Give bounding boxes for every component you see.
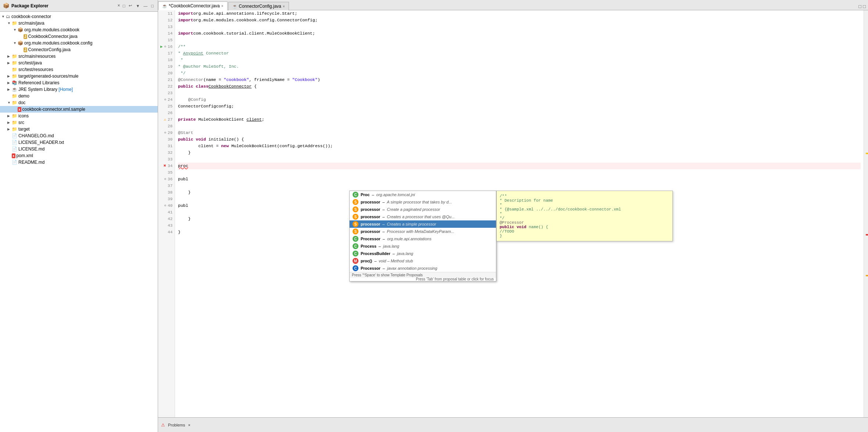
sync-button[interactable]: ↩ bbox=[128, 3, 133, 8]
code-line-30[interactable]: public void initialize() { bbox=[178, 136, 861, 143]
autocomplete-item-processor-paginated[interactable]: Sprocessor – Create a paginated processo… bbox=[350, 206, 496, 213]
autocomplete-item-processor-qu[interactable]: Sprocessor – Creates a processor that us… bbox=[350, 213, 496, 220]
code-line-28[interactable] bbox=[178, 123, 861, 130]
code-line-24[interactable]: @Config bbox=[178, 96, 861, 103]
line-num-42: 42 bbox=[160, 216, 172, 222]
restore-button[interactable]: — bbox=[142, 3, 149, 8]
tree-arrow[interactable]: ▶ bbox=[7, 54, 12, 58]
code-line-23[interactable] bbox=[178, 90, 861, 96]
code-line-14[interactable]: import com.cookbook.tutorial.client.Mule… bbox=[178, 30, 861, 37]
tree-item-src[interactable]: ▶📁src bbox=[0, 119, 158, 126]
tree-item-src-main-java[interactable]: ▼📁src/main/java bbox=[0, 20, 158, 26]
tree-arrow[interactable]: ▶ bbox=[7, 121, 12, 124]
code-line-16[interactable]: /** bbox=[178, 43, 861, 50]
tab-cookbook-connector[interactable]: ☕ *CookbookConnector.java × bbox=[158, 1, 228, 10]
code-line-20[interactable]: */ bbox=[178, 70, 861, 77]
tree-arrow[interactable]: ▼ bbox=[7, 101, 12, 105]
tab-minimize-btn[interactable]: □ bbox=[858, 4, 861, 9]
tree-arrow[interactable]: ▶ bbox=[7, 81, 12, 85]
minimize-button[interactable]: □ bbox=[122, 3, 126, 8]
tree-item-target-generated[interactable]: ▶📁target/generated-sources/mule bbox=[0, 73, 158, 79]
code-line-29[interactable]: @Start bbox=[178, 130, 861, 136]
fold-marker[interactable]: ⊖ bbox=[164, 43, 166, 50]
tree-item-changelog[interactable]: 📄CHANGELOG.md bbox=[0, 132, 158, 139]
tree-arrow[interactable]: ▼ bbox=[7, 21, 12, 25]
autocomplete-item-proc-void[interactable]: Mproc() – void – Method stub bbox=[350, 257, 496, 265]
tree-item-src-test-resources[interactable]: 📁src/test/resources bbox=[0, 66, 158, 73]
tree-item-CookbookConnector[interactable]: JCookbookConnector.java bbox=[0, 33, 158, 40]
maximize-button[interactable]: □ bbox=[150, 3, 155, 8]
autocomplete-item-processor-creates-simple[interactable]: Sprocessor – Creates a simple processor bbox=[350, 220, 496, 228]
tree-arrow[interactable]: ▼ bbox=[1, 15, 6, 18]
code-line-31[interactable]: client = new MuleCookBookClient(config.g… bbox=[178, 143, 861, 149]
tree-item-ConnectorConfig[interactable]: JConnectorConfig.java bbox=[0, 46, 158, 53]
tree-arrow[interactable]: ▶ bbox=[7, 74, 12, 78]
code-line-35[interactable] bbox=[178, 169, 861, 176]
autocomplete-popup[interactable]: CProc – org.apache.tomcat.jniSprocessor … bbox=[349, 191, 496, 281]
code-line-34[interactable]: proc bbox=[178, 163, 861, 169]
tree-item-referenced-libraries[interactable]: ▶📚Referenced Libraries bbox=[0, 79, 158, 86]
code-line-17[interactable]: * Anypoint Connector bbox=[178, 50, 861, 57]
code-line-19[interactable]: * @author MuleSoft, Inc. bbox=[178, 63, 861, 70]
autocomplete-item-proc-tomcat[interactable]: CProc – org.apache.tomcat.jni bbox=[350, 191, 496, 198]
fold-marker[interactable]: ⊖ bbox=[164, 96, 166, 103]
tree-item-jre-system[interactable]: ▶☕JRE System Library [Home] bbox=[0, 86, 158, 93]
tree-icon-java: J bbox=[24, 47, 27, 52]
tree-item-cookbook-connector-xml[interactable]: xcookbook-connector.xml.sample bbox=[0, 106, 158, 113]
code-line-21[interactable]: @Connector(name = "cookbook", friendlyNa… bbox=[178, 77, 861, 83]
tree-item-icons[interactable]: ▶📁icons bbox=[0, 113, 158, 119]
tree-item-src-main-resources[interactable]: ▶📁src/main/resources bbox=[0, 53, 158, 60]
panel-close-button[interactable]: × bbox=[118, 3, 120, 8]
fold-marker[interactable]: ⊖ bbox=[164, 202, 166, 209]
code-line-33[interactable] bbox=[178, 156, 861, 163]
code-line-15[interactable] bbox=[178, 37, 861, 43]
code-line-13[interactable] bbox=[178, 24, 861, 30]
tree-item-license[interactable]: 📄LICENSE.md bbox=[0, 146, 158, 152]
code-line-27[interactable]: private MuleCookBookClient client; bbox=[178, 116, 861, 123]
tree-item-org-mule-modules-cookbook[interactable]: ▼📦org.mule.modules.cookbook bbox=[0, 26, 158, 33]
problems-tab-label[interactable]: Problems bbox=[168, 423, 185, 427]
tree-item-doc[interactable]: ▼📁doc bbox=[0, 99, 158, 106]
editor-content-area[interactable]: 1112131415▶⊖1617181920212223⊖242526⚠2728… bbox=[158, 10, 868, 417]
ac-item-name: Processor bbox=[361, 266, 381, 270]
code-line-37[interactable] bbox=[178, 183, 861, 189]
tree-item-readme[interactable]: 📄README.md bbox=[0, 159, 158, 166]
autocomplete-item-processor-metadata[interactable]: Sprocessor – Processor with MetaDataKeyP… bbox=[350, 228, 496, 235]
tab-maximize-btn[interactable]: □ bbox=[863, 4, 866, 9]
tree-arrow[interactable]: ▼ bbox=[13, 28, 18, 32]
code-line-12[interactable]: import org.mule.modules.cookbook.config.… bbox=[178, 17, 861, 24]
autocomplete-item-processor-javaxann[interactable]: CProcessor – javax annotation processing bbox=[350, 265, 496, 272]
tab-connector-config[interactable]: ☕ ConnectorConfig.java × bbox=[228, 2, 289, 10]
fold-marker[interactable]: ⊖ bbox=[164, 176, 166, 183]
autocomplete-item-process-lang[interactable]: CProcess – java.lang bbox=[350, 242, 496, 250]
menu-button[interactable]: ▼ bbox=[135, 3, 141, 8]
editor-scrollbar[interactable] bbox=[864, 10, 868, 417]
tree-item-demo[interactable]: 📁demo bbox=[0, 93, 158, 99]
code-line-22[interactable]: public class CookbookConnector { bbox=[178, 83, 861, 90]
tree-arrow[interactable]: ▶ bbox=[7, 114, 12, 118]
code-line-18[interactable]: * bbox=[178, 57, 861, 63]
code-line-25[interactable]: ConnectorConfig config; bbox=[178, 103, 861, 110]
tree-item-src-test-java[interactable]: ▶📁src/test/java bbox=[0, 60, 158, 66]
autocomplete-item-processor-annotation[interactable]: CProcessor – org.mule.api.annotations bbox=[350, 235, 496, 242]
tree-item-cookbook-connector[interactable]: ▼🗂cookbook-connector bbox=[0, 13, 158, 20]
tree-arrow[interactable]: ▶ bbox=[7, 88, 12, 91]
tree-arrow[interactable]: ▶ bbox=[7, 61, 12, 65]
tab-connector-config-close[interactable]: × bbox=[283, 4, 285, 8]
autocomplete-item-processbuilder[interactable]: CProcessBuilder – java.lang bbox=[350, 250, 496, 257]
tree-item-license-header[interactable]: 📄LICENSE_HEADER.txt bbox=[0, 139, 158, 146]
tree-item-org-mule-modules-cookbook-config[interactable]: ▼📦org.mule.modules.cookbook.config bbox=[0, 40, 158, 46]
problems-close[interactable]: × bbox=[188, 423, 190, 427]
tree-item-pom[interactable]: xpom.xml bbox=[0, 152, 158, 159]
fold-marker[interactable]: ⊖ bbox=[164, 130, 166, 136]
tree-arrow[interactable]: ▼ bbox=[13, 41, 18, 45]
code-line-36[interactable]: publ bbox=[178, 176, 861, 183]
code-line-26[interactable] bbox=[178, 110, 861, 116]
package-tree[interactable]: ▼🗂cookbook-connector▼📁src/main/java▼📦org… bbox=[0, 12, 158, 432]
tab-cookbook-connector-close[interactable]: × bbox=[221, 4, 224, 8]
autocomplete-item-processor-simple[interactable]: Sprocessor – A simple processor that tak… bbox=[350, 198, 496, 206]
tree-arrow[interactable]: ▶ bbox=[7, 127, 12, 131]
code-line-32[interactable]: } bbox=[178, 149, 861, 156]
tree-item-target[interactable]: ▶📁target bbox=[0, 126, 158, 132]
code-line-11[interactable]: import org.mule.api.annotations.lifecycl… bbox=[178, 10, 861, 17]
